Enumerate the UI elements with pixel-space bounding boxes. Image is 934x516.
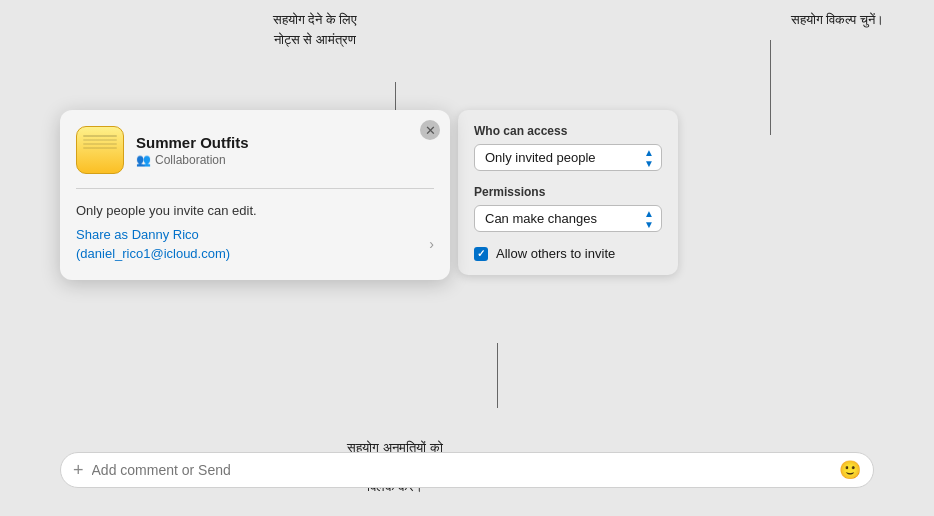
popup-card: ✕ Summer Outfits 👥 Collaboration Only pe… [60, 110, 450, 280]
collaboration-icon: 👥 [136, 153, 151, 167]
main-area: ✕ Summer Outfits 👥 Collaboration Only pe… [60, 110, 874, 456]
allow-invite-checkbox[interactable] [474, 247, 488, 261]
popup-subtitle: 👥 Collaboration [136, 153, 249, 167]
allow-invite-label: Allow others to invite [496, 246, 615, 261]
who-access-title: Who can access [474, 124, 662, 138]
allow-invite-row[interactable]: Allow others to invite [474, 246, 662, 261]
comment-input[interactable] [92, 462, 831, 478]
permissions-select-wrapper: Can make changes View only ▲ ▼ [474, 205, 662, 232]
popup-subtitle-text: Collaboration [155, 153, 226, 167]
bottom-bar: + 🙂 [60, 452, 874, 488]
add-attachment-button[interactable]: + [73, 460, 84, 481]
annotation-collab: सहयोग विकल्प चुनें। [724, 10, 884, 30]
access-select-wrapper: Only invited people Anyone with the link… [474, 144, 662, 171]
share-label: Share as Danny Rico [76, 227, 199, 242]
permissions-select[interactable]: Can make changes View only [474, 205, 662, 232]
popup-body-line1: Only people you invite can edit. [76, 201, 434, 221]
popup-body: Only people you invite can edit. Share a… [76, 201, 434, 264]
popup-divider [76, 188, 434, 189]
popup-title-group: Summer Outfits 👥 Collaboration [136, 134, 249, 167]
share-email: (daniel_rico1@icloud.com) [76, 246, 230, 261]
chevron-right-icon: › [429, 234, 434, 255]
share-link[interactable]: Share as Danny Rico (daniel_rico1@icloud… [76, 225, 434, 264]
notes-app-icon [76, 126, 124, 174]
emoji-button[interactable]: 🙂 [839, 459, 861, 481]
access-select[interactable]: Only invited people Anyone with the link [474, 144, 662, 171]
share-link-text: Share as Danny Rico (daniel_rico1@icloud… [76, 225, 230, 264]
permissions-title: Permissions [474, 185, 662, 199]
close-icon: ✕ [425, 123, 436, 138]
popup-close-button[interactable]: ✕ [420, 120, 440, 140]
annotation-invite: सहयोग देने के लिए नोट्स से आमंत्रण [235, 10, 395, 49]
popup-title: Summer Outfits [136, 134, 249, 151]
settings-panel: Who can access Only invited people Anyon… [458, 110, 678, 275]
popup-header: Summer Outfits 👥 Collaboration [76, 126, 434, 174]
